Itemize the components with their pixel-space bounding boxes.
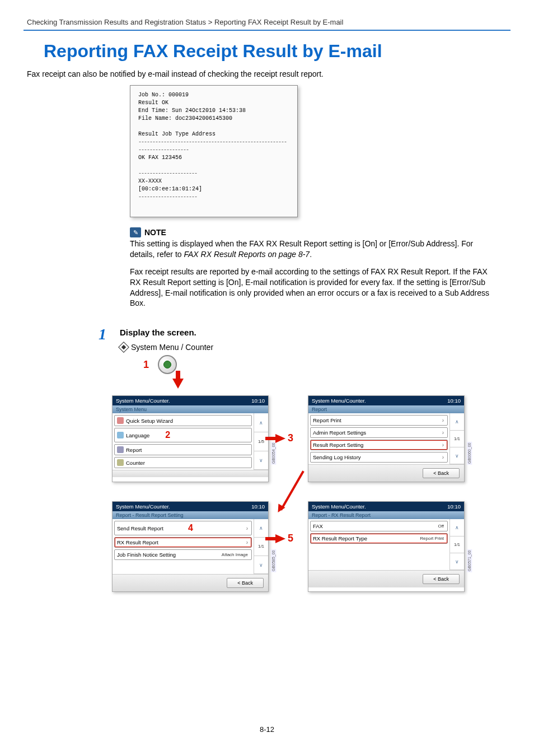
sample-divider: --------------------- bbox=[138, 170, 289, 178]
chevron-right-icon: › bbox=[246, 525, 249, 531]
menu-item-label: FAX bbox=[313, 523, 323, 529]
screenshot-tag: GB0571_00 bbox=[467, 549, 472, 572]
menu-item-send-result[interactable]: Send Result Report4› bbox=[114, 521, 252, 535]
menu-item-language[interactable]: Language2 bbox=[114, 428, 252, 442]
panel-time: 10:10 bbox=[251, 398, 265, 404]
menu-item-label: Result Report Setting bbox=[313, 442, 363, 448]
menu-item-report-print[interactable]: Report Print› bbox=[310, 415, 448, 426]
sample-divider: --------------------- bbox=[138, 193, 289, 201]
menu-item-rx-result[interactable]: RX Result Report› bbox=[114, 537, 252, 548]
scroll-up-button[interactable]: ∧ bbox=[254, 413, 268, 432]
menu-item-admin-report[interactable]: Admin Report Settings› bbox=[310, 427, 448, 438]
chevron-right-icon: › bbox=[442, 417, 445, 423]
note-text-a: This setting is displayed when the FAX R… bbox=[130, 239, 489, 260]
note-block: ✎ NOTE This setting is displayed when th… bbox=[130, 227, 489, 309]
panel-title: System Menu/Counter. bbox=[312, 503, 366, 510]
panel-subtitle: Report bbox=[308, 405, 464, 413]
menu-item-label: Language bbox=[126, 432, 149, 438]
menu-item-job-finish[interactable]: Job Finish Notice SettingAttach Image bbox=[114, 549, 252, 560]
panel-time: 10:10 bbox=[447, 503, 461, 510]
report-icon bbox=[117, 446, 124, 453]
menu-item-label: RX Result Report Type bbox=[313, 535, 367, 542]
panel-subtitle: System Menu bbox=[113, 405, 268, 413]
menu-item-value: Attach Image bbox=[222, 552, 249, 557]
arrow-right-icon: 5 bbox=[275, 533, 293, 544]
page-number: 8-12 bbox=[0, 725, 534, 734]
arrow-right-icon: 3 bbox=[275, 432, 293, 444]
down-arrow-icon bbox=[172, 379, 184, 389]
menu-item-fax[interactable]: FAXOff bbox=[310, 521, 448, 531]
system-menu-label: System Menu / Counter bbox=[131, 343, 213, 352]
panel-row-2: System Menu/Counter. 10:10 Report - Resu… bbox=[112, 501, 507, 592]
sequence-marker-3: 3 bbox=[288, 432, 293, 444]
panel-title: System Menu/Counter. bbox=[116, 398, 170, 404]
panel-title: System Menu/Counter. bbox=[116, 503, 170, 510]
step-1: 1 Display the screen. System Menu / Coun… bbox=[112, 328, 507, 592]
panel-time: 10:10 bbox=[251, 503, 265, 510]
sample-line: Result OK bbox=[138, 99, 289, 107]
chevron-right-icon: › bbox=[442, 442, 445, 448]
back-button[interactable]: < Back bbox=[227, 578, 264, 588]
menu-item-counter[interactable]: Counter bbox=[114, 457, 252, 468]
page-indicator: 1/1 bbox=[450, 431, 464, 447]
sample-footer: XX-XXXX bbox=[138, 178, 289, 185]
note-text-b: Fax receipt results are reported by e-ma… bbox=[130, 267, 489, 309]
menu-item-label: Quick Setup Wizard bbox=[126, 418, 173, 424]
note-link[interactable]: FAX RX Result Reports on page 8-7 bbox=[184, 250, 310, 259]
sample-line: Job No.: 000019 bbox=[138, 91, 289, 99]
scroll-up-button[interactable]: ∧ bbox=[254, 519, 268, 538]
panel-subtitle: Report - RX Result Report bbox=[308, 511, 464, 519]
wizard-icon bbox=[117, 417, 124, 424]
scroll-up-button[interactable]: ∧ bbox=[450, 413, 464, 430]
menu-item-quick-setup[interactable]: Quick Setup Wizard bbox=[114, 415, 252, 426]
screenshot-tag: GB0060_00 bbox=[467, 441, 472, 464]
menu-item-value: Off bbox=[438, 524, 445, 529]
step-title: Display the screen. bbox=[120, 328, 507, 337]
menu-item-result-report-setting[interactable]: Result Report Setting› bbox=[310, 440, 448, 450]
header-rule bbox=[24, 30, 510, 31]
sequence-marker-4: 4 bbox=[188, 523, 193, 533]
menu-item-label: Job Finish Notice Setting bbox=[117, 552, 176, 558]
scroll-down-button[interactable]: ∨ bbox=[254, 451, 268, 470]
hardware-button[interactable] bbox=[158, 355, 177, 374]
chevron-right-icon: › bbox=[246, 539, 249, 545]
scroll-down-button[interactable]: ∨ bbox=[254, 556, 268, 575]
globe-icon bbox=[117, 432, 124, 438]
scroll-up-button[interactable]: ∧ bbox=[450, 519, 464, 536]
button-led-icon bbox=[163, 361, 171, 368]
sample-line: End Time: Sun 24Oct2010 14:53:38 bbox=[138, 107, 289, 115]
chevron-right-icon: › bbox=[442, 454, 445, 460]
screenshot-tag: GB0585_00 bbox=[271, 549, 276, 572]
page-indicator: 1/1 bbox=[254, 538, 268, 556]
sample-row: OK FAX 123456 bbox=[138, 154, 289, 162]
menu-item-label: Counter bbox=[126, 460, 145, 466]
scroll-down-button[interactable]: ∨ bbox=[450, 553, 464, 570]
note-icon: ✎ bbox=[130, 227, 141, 237]
chevron-right-icon: › bbox=[442, 430, 445, 436]
panel-system-menu: System Menu/Counter. 10:10 System Menu Q… bbox=[112, 395, 269, 482]
counter-icon bbox=[117, 459, 124, 466]
page-indicator: 1/5 bbox=[254, 432, 268, 451]
page-title: Reporting FAX Receipt Result by E-mail bbox=[44, 41, 507, 62]
menu-item-label: Send Result Report bbox=[117, 525, 163, 531]
menu-item-label: Admin Report Settings bbox=[313, 430, 366, 436]
diamond-icon bbox=[118, 342, 129, 353]
scroll-down-button[interactable]: ∨ bbox=[450, 447, 464, 464]
panel-rx-result-report: System Menu/Counter. 10:10 Report - RX R… bbox=[308, 501, 465, 592]
back-button[interactable]: < Back bbox=[423, 574, 460, 584]
back-button[interactable]: < Back bbox=[423, 468, 460, 478]
breadcrumb: Checking Transmission Results and Regist… bbox=[0, 0, 534, 30]
sample-header: Result Job Type Address bbox=[138, 130, 289, 138]
sample-line: File Name: doc23042006145300 bbox=[138, 115, 289, 123]
menu-item-label: Sending Log History bbox=[313, 454, 361, 460]
panel-report: System Menu/Counter. 10:10 Report Report… bbox=[308, 395, 465, 482]
menu-item-rx-result-type[interactable]: RX Result Report TypeReport Print bbox=[310, 533, 448, 544]
menu-item-report[interactable]: Report bbox=[114, 444, 252, 455]
sample-footer: [00:c0:ee:1a:01:24] bbox=[138, 185, 289, 193]
menu-item-label: RX Result Report bbox=[117, 539, 158, 545]
note-heading: NOTE bbox=[144, 228, 166, 237]
page-indicator: 1/1 bbox=[450, 536, 464, 553]
menu-item-label: Report bbox=[126, 447, 142, 453]
sequence-marker-2: 2 bbox=[165, 430, 170, 440]
menu-item-sending-log[interactable]: Sending Log History› bbox=[310, 452, 448, 463]
